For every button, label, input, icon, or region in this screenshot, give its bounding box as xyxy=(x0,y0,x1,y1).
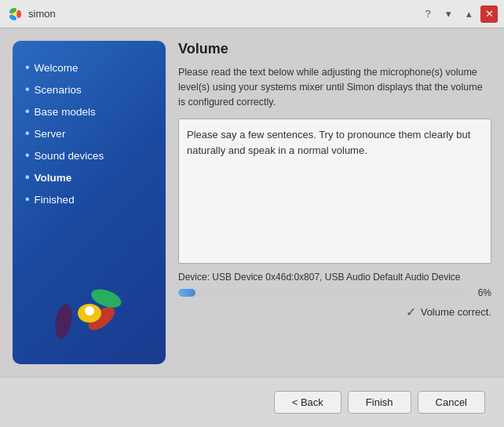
sidebar-item-finished[interactable]: Finished xyxy=(22,188,156,210)
window-controls: ? ▾ ▴ ✕ xyxy=(419,5,498,23)
check-icon: ✓ xyxy=(406,305,416,319)
sidebar-item-volume[interactable]: Volume xyxy=(22,166,156,188)
right-panel: Volume Please read the text below while … xyxy=(178,41,491,364)
sidebar: Welcome Scenarios Base models Server Sou… xyxy=(13,41,166,364)
svg-point-1 xyxy=(16,10,21,18)
volume-correct-indicator: ✓ Volume correct. xyxy=(178,305,491,319)
instruction-text-box: Please say a few sentences. Try to prono… xyxy=(178,119,491,264)
app-logo-icon xyxy=(6,5,24,23)
volume-correct-label: Volume correct. xyxy=(421,306,491,318)
volume-percent: 6% xyxy=(469,287,491,298)
text-box-content: Please say a few sentences. Try to prono… xyxy=(187,129,470,156)
sidebar-item-scenarios[interactable]: Scenarios xyxy=(22,78,156,100)
maximize-button[interactable]: ▴ xyxy=(460,5,477,23)
main-content: Welcome Scenarios Base models Server Sou… xyxy=(0,28,504,377)
titlebar: simon ? ▾ ▴ ✕ xyxy=(0,0,504,28)
svg-point-8 xyxy=(85,306,94,316)
page-title: Volume xyxy=(178,41,491,57)
sidebar-logo xyxy=(22,254,156,349)
sidebar-item-welcome[interactable]: Welcome xyxy=(22,57,156,78)
volume-bar-container: 6% xyxy=(178,287,491,298)
sidebar-item-server[interactable]: Server xyxy=(22,122,156,144)
help-button[interactable]: ? xyxy=(419,5,436,23)
close-button[interactable]: ✕ xyxy=(480,5,498,23)
finish-button[interactable]: Finish xyxy=(348,391,411,414)
device-info: Device: USB Device 0x46d:0x807, USB Audi… xyxy=(178,272,491,283)
cancel-button[interactable]: Cancel xyxy=(418,391,485,414)
svg-point-6 xyxy=(53,303,74,340)
footer: < Back Finish Cancel xyxy=(0,377,504,427)
volume-bar-track xyxy=(178,289,463,297)
sidebar-item-sound-devices[interactable]: Sound devices xyxy=(22,144,156,166)
window-title: simon xyxy=(28,8,56,20)
propeller-icon xyxy=(38,262,141,349)
sidebar-item-base-models[interactable]: Base models xyxy=(22,100,156,122)
titlebar-left: simon xyxy=(6,5,56,23)
svg-point-3 xyxy=(13,12,17,16)
back-button[interactable]: < Back xyxy=(274,391,341,414)
volume-bar-fill xyxy=(178,289,195,297)
minimize-button[interactable]: ▾ xyxy=(440,5,457,23)
sidebar-nav: Welcome Scenarios Base models Server Sou… xyxy=(22,57,156,210)
panel-description: Please read the text below while adjusti… xyxy=(178,65,491,109)
